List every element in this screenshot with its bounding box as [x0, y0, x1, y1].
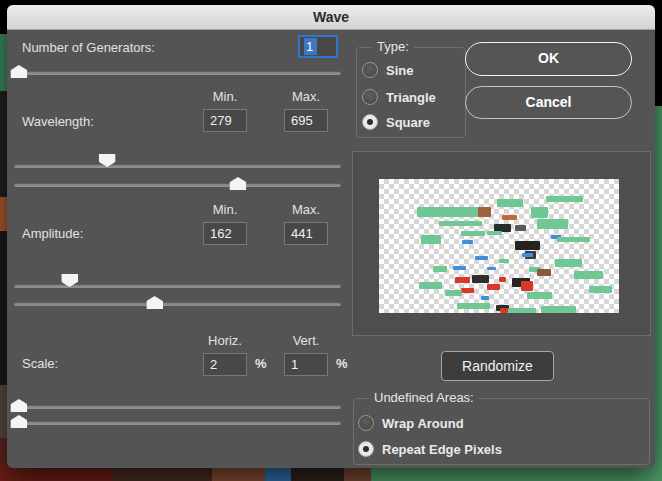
scale-vert-unit: % [336, 356, 348, 372]
repeat-edge-pixels-radio-label: Repeat Edge Pixels [382, 442, 502, 457]
triangle-radio[interactable] [362, 89, 378, 105]
generators-slider[interactable] [14, 65, 341, 81]
preview-bar [472, 275, 489, 283]
preview-bar [546, 196, 583, 202]
preview-bar [453, 266, 466, 270]
radio-row-wrap-around[interactable]: Wrap Around [358, 415, 464, 431]
preview-bar [461, 288, 474, 293]
repeat-edge-pixels-radio[interactable] [358, 441, 374, 457]
preview-bar [497, 199, 523, 207]
wavelength-max-slider-thumb[interactable] [229, 177, 246, 190]
preview-bar [439, 221, 482, 226]
wavelength-min-slider-track [14, 164, 341, 168]
preview-bar [478, 207, 491, 217]
scale-vert-slider-thumb[interactable] [10, 415, 27, 428]
square-radio[interactable] [362, 114, 378, 130]
dialog-title: Wave [313, 9, 349, 25]
preview-image [379, 179, 619, 313]
wavelength-max-slider[interactable] [14, 177, 341, 193]
generators-input[interactable]: 1 [298, 35, 338, 58]
scale-vert-input[interactable]: 1 [284, 353, 328, 376]
wave-dialog: Wave Number of Generators: 1 Min. Max. W… [7, 5, 655, 468]
triangle-radio-label: Triangle [386, 90, 436, 105]
wrap-around-radio-label: Wrap Around [382, 416, 464, 431]
preview-bar [557, 237, 590, 242]
preview-bar [589, 286, 612, 293]
amplitude-min-header: Min. [203, 202, 247, 218]
wavelength-max-value: 695 [291, 113, 313, 128]
amplitude-max-slider-thumb[interactable] [146, 296, 163, 309]
preview-bar [515, 225, 526, 231]
preview-bar [475, 256, 488, 260]
randomize-button[interactable]: Randomize [441, 351, 554, 381]
preview-bar [457, 303, 490, 309]
amplitude-min-value: 162 [210, 226, 232, 241]
scale-vert-value: 1 [291, 357, 298, 372]
radio-row-square[interactable]: Square [362, 114, 430, 130]
scale-vert-slider-track [14, 421, 341, 425]
amplitude-label: Amplitude: [22, 226, 83, 242]
scale-horiz-input[interactable]: 2 [203, 353, 247, 376]
preview-bar [487, 267, 496, 270]
sine-radio[interactable] [362, 62, 378, 78]
amplitude-max-slider[interactable] [14, 296, 341, 312]
preview-bar [522, 253, 533, 257]
scale-vert-slider[interactable] [14, 415, 341, 431]
wavelength-min-input[interactable]: 279 [203, 109, 247, 132]
radio-row-repeat-edge-pixels[interactable]: Repeat Edge Pixels [358, 441, 502, 457]
preview-bar [537, 219, 568, 229]
scale-horiz-value: 2 [210, 357, 217, 372]
preview-panel [352, 151, 651, 336]
scale-horiz-slider[interactable] [14, 399, 341, 415]
generators-input-value: 1 [304, 38, 317, 55]
preview-bar [527, 292, 552, 299]
amplitude-max-header: Max. [284, 202, 328, 218]
generators-slider-thumb[interactable] [10, 65, 27, 78]
scale-horiz-slider-thumb[interactable] [10, 399, 27, 412]
preview-bar [481, 296, 489, 300]
undefined-areas-label: Undefined Areas: [369, 390, 479, 406]
generators-slider-track [14, 71, 341, 75]
wavelength-min-slider[interactable] [14, 158, 341, 174]
scale-horiz-unit: % [255, 356, 267, 372]
wavelength-max-header: Max. [284, 89, 328, 105]
wavelength-max-slider-track [14, 183, 341, 187]
generators-label: Number of Generators: [22, 40, 155, 56]
preview-bar [421, 235, 441, 244]
dialog-titlebar[interactable]: Wave [7, 5, 655, 30]
amplitude-min-input[interactable]: 162 [203, 222, 247, 245]
amplitude-min-slider-track [14, 284, 341, 288]
preview-bar [462, 240, 473, 244]
radio-row-sine[interactable]: Sine [362, 62, 413, 78]
preview-bar [417, 207, 484, 217]
preview-bar [574, 271, 603, 279]
amplitude-max-slider-track [14, 302, 341, 306]
preview-bar [461, 231, 485, 236]
cancel-button[interactable]: Cancel [465, 86, 632, 119]
wavelength-max-input[interactable]: 695 [284, 109, 328, 132]
scale-vert-header: Vert. [284, 333, 328, 349]
sine-radio-label: Sine [386, 63, 413, 78]
preview-bar [455, 277, 470, 283]
preview-bar [521, 281, 533, 291]
wavelength-label: Wavelength: [22, 114, 94, 130]
preview-bar [500, 308, 508, 313]
preview-bar [531, 207, 548, 218]
ok-button[interactable]: OK [465, 42, 632, 76]
square-radio-label: Square [386, 115, 430, 130]
wavelength-min-header: Min. [203, 89, 247, 105]
wrap-around-radio[interactable] [358, 415, 374, 431]
scale-horiz-header: Horiz. [203, 333, 247, 349]
scale-label: Scale: [22, 356, 58, 372]
radio-row-triangle[interactable]: Triangle [362, 89, 436, 105]
preview-bar [499, 259, 509, 263]
dialog-content: Number of Generators: 1 Min. Max. Wavele… [7, 30, 655, 468]
preview-bar [445, 290, 462, 296]
amplitude-min-slider[interactable] [14, 278, 341, 294]
preview-bar [541, 306, 576, 313]
type-group-label: Type: [372, 39, 414, 55]
amplitude-max-input[interactable]: 441 [284, 222, 328, 245]
preview-bar [433, 266, 447, 272]
preview-bar [499, 277, 506, 282]
preview-bar [502, 215, 517, 220]
